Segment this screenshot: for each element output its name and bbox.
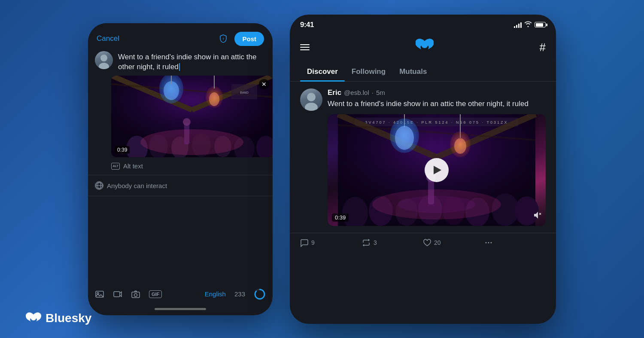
svg-point-10 [209, 92, 219, 106]
svg-point-21 [183, 118, 191, 126]
alt-text-bar[interactable]: ALT Alt text [88, 157, 273, 175]
app-header: # [290, 33, 556, 61]
post-header: Eric @esb.lol · 5m [328, 88, 546, 97]
video-icon[interactable] [113, 289, 122, 299]
status-icons [514, 21, 546, 28]
interact-label: Anybody can interact [107, 182, 167, 189]
compose-video-thumbnail: BAND ✕ 0:39 [111, 76, 273, 157]
status-time: 9:41 [300, 21, 314, 29]
repost-count: 3 [374, 239, 377, 246]
image-icon[interactable] [95, 289, 104, 299]
svg-point-48 [454, 138, 466, 154]
post-button[interactable]: Post [234, 32, 264, 46]
svg-point-65 [491, 242, 492, 244]
post-content: Eric @esb.lol · 5m Went to a friend's in… [328, 88, 546, 226]
brand-name: Bluesky [46, 311, 91, 325]
like-button[interactable]: 20 [423, 238, 484, 247]
svg-point-22 [140, 129, 243, 155]
svg-point-35 [307, 93, 316, 101]
compose-toolbar: GIF English 233 [88, 284, 273, 305]
post-author-name[interactable]: Eric [328, 88, 341, 97]
explore-button[interactable]: # [540, 41, 546, 54]
svg-point-45 [395, 126, 414, 150]
char-progress-circle [254, 288, 266, 300]
alt-text-label: Alt text [123, 162, 143, 170]
bluesky-logo[interactable] [416, 38, 434, 57]
compose-header: Cancel ! Post [88, 23, 273, 51]
compose-phone: Cancel ! Post [88, 23, 273, 315]
post-time: 5m [376, 89, 385, 96]
svg-point-60 [398, 196, 475, 213]
post-text: Went to a friend's indie show in an atti… [328, 99, 546, 110]
menu-button[interactable] [300, 44, 310, 50]
play-button[interactable] [425, 158, 449, 182]
bluesky-brand: Bluesky [26, 311, 91, 325]
header-icons: ! Post [217, 32, 264, 46]
gif-icon[interactable]: GIF [149, 290, 162, 298]
status-bar: 9:41 [290, 15, 556, 33]
svg-text:!: ! [223, 37, 224, 41]
svg-point-64 [488, 242, 489, 244]
reply-button[interactable]: 9 [300, 238, 361, 247]
mute-icon[interactable] [533, 211, 541, 222]
interact-icon [95, 181, 103, 190]
post-avatar[interactable] [300, 88, 322, 111]
svg-rect-30 [114, 292, 120, 297]
tab-mutuals[interactable]: Mutuals [392, 62, 434, 81]
tabs-row: Discover Following Mutuals [290, 62, 556, 82]
tab-discover[interactable]: Discover [300, 62, 345, 81]
more-button[interactable] [484, 238, 546, 247]
camera-icon[interactable] [131, 289, 140, 299]
feed-post: Eric @esb.lol · 5m Went to a friend's in… [290, 82, 556, 234]
svg-text:3V4707 · 42015E · PLR 5124 · N: 3V4707 · 42015E · PLR 5124 · N56 075 · T… [365, 120, 508, 125]
feed-video[interactable]: 3V4707 · 42015E · PLR 5124 · N56 075 · T… [328, 114, 546, 226]
svg-point-34 [255, 289, 264, 299]
language-label[interactable]: English [205, 290, 226, 298]
alt-text-icon: ALT [111, 163, 120, 170]
svg-point-1 [100, 55, 107, 61]
signal-icon [514, 22, 522, 28]
post-author-handle[interactable]: @esb.lol [344, 89, 369, 96]
cancel-button[interactable]: Cancel [97, 34, 119, 43]
brand-butterfly-icon [26, 312, 41, 325]
battery-icon [535, 22, 546, 27]
svg-point-36 [305, 103, 318, 111]
like-count: 20 [434, 239, 441, 246]
feed-phone: 9:41 [290, 15, 556, 324]
svg-point-32 [134, 293, 137, 296]
tab-following[interactable]: Following [345, 62, 392, 81]
interact-bar[interactable]: Anybody can interact [88, 175, 273, 196]
shield-icon[interactable]: ! [217, 33, 229, 45]
close-video-button[interactable]: ✕ [259, 79, 269, 89]
compose-text[interactable]: Went to a friend's indie show in an atti… [118, 51, 266, 73]
char-count: 233 [234, 290, 245, 298]
home-indicator [88, 305, 273, 315]
reply-count: 9 [311, 239, 315, 246]
feed-video-duration: 0:39 [332, 213, 349, 222]
wifi-icon [524, 21, 532, 28]
post-dot: · [372, 89, 374, 96]
repost-button[interactable]: 3 [361, 238, 423, 247]
svg-point-63 [486, 242, 487, 244]
video-duration-badge: 0:39 [115, 146, 130, 154]
post-actions: 9 3 20 [290, 233, 556, 252]
svg-text:BAND: BAND [240, 91, 248, 94]
svg-point-2 [99, 63, 109, 69]
avatar [95, 51, 113, 69]
